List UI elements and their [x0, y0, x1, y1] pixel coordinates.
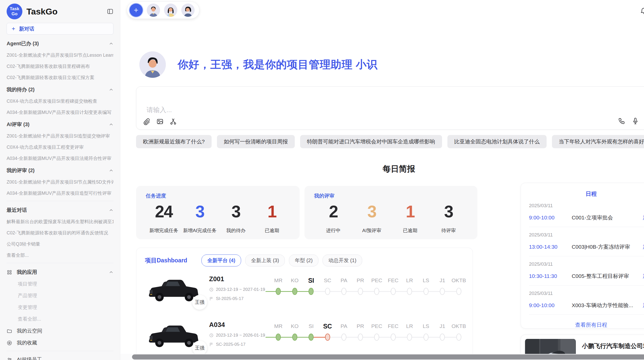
sidebar-item[interactable]: A034-全新新能源MUV产品开发项目法规符合性评审 [7, 155, 113, 161]
milestone-label: LS [418, 277, 434, 284]
sidebar-section-header[interactable]: Agent已办 (3) [7, 40, 113, 47]
horizontal-scrollbar-thumb[interactable] [132, 354, 644, 359]
sidebar-section: AI评审 (3)Z001-全新燃油轻卡产品开发项目SI造型提交物评审C0X4-动… [7, 121, 113, 161]
chevron-up-icon[interactable] [109, 87, 113, 92]
sidebar-sections: Agent已办 (3)Z001-全新燃油皮卡产品开发项目SI节点Lesson L… [7, 40, 113, 196]
milestone-dot[interactable] [407, 288, 412, 295]
sidebar-item[interactable]: Z001-全新燃油轻卡产品开发项目SI节点属性5D文件评审 [7, 179, 113, 185]
sidebar-item[interactable]: A034-全新新能源MUV产品开发项目造型可行性评审 [7, 190, 113, 196]
sidebar-section-header[interactable]: 我的评审 (2) [7, 167, 113, 174]
project-code[interactable]: Z001 [209, 275, 270, 283]
milestone-dot[interactable] [440, 288, 445, 295]
milestone-dot[interactable] [309, 288, 314, 295]
notification-bell-icon[interactable] [640, 7, 644, 14]
dashboard-tab[interactable]: 年型 (2) [289, 254, 318, 266]
project-code[interactable]: A034 [209, 321, 270, 329]
stat-item: 1已逾期 [254, 200, 290, 234]
milestone-dot[interactable] [423, 288, 429, 295]
milestone-dot[interactable] [309, 334, 314, 341]
sidebar-item[interactable]: C0X4-动力总成开发项目SI里程碑提交物检查 [7, 98, 113, 104]
sidebar-item[interactable]: C02-飞腾新能源轻客改款项目里程碑画布 [7, 63, 113, 69]
avatar[interactable] [181, 4, 195, 17]
milestone-dot[interactable] [374, 334, 379, 341]
recent-conversation-item[interactable]: 解释最新出台的欧盟报废车法规再生塑料比例被调至15%... [7, 219, 113, 225]
dashboard-tab[interactable]: 全新上装 (3) [245, 254, 285, 266]
chevron-up-icon[interactable] [109, 41, 113, 46]
sidebar-item[interactable]: Z001-全新燃油轻卡产品开发项目SI造型提交物评审 [7, 133, 113, 139]
sidebar-collapse-icon[interactable] [107, 8, 113, 15]
milestone-dot[interactable] [325, 288, 330, 295]
sidebar-section-header[interactable]: 最近对话 [7, 207, 113, 214]
milestone-dot[interactable] [358, 334, 363, 341]
schedule-join-link[interactable]: 加入 [643, 302, 644, 309]
milestone-dot[interactable] [276, 288, 281, 295]
chevron-up-icon[interactable] [109, 122, 113, 127]
recent-conversation-item[interactable]: 查看全部... [7, 252, 113, 258]
people-icon [7, 357, 12, 360]
microphone-icon[interactable] [632, 117, 639, 125]
view-all-schedule-link[interactable]: 查看所有日程 [521, 315, 644, 328]
dashboard-tab[interactable]: 全新平台 (4) [201, 254, 241, 266]
suggestion-chip[interactable]: 当下年轻人对汽车外观有怎样的喜好趋势 [552, 135, 644, 148]
chevron-up-icon[interactable] [109, 168, 113, 173]
schedule-entry: 2025/03/119:00-10:00C001-立项审批会加入 [529, 198, 644, 227]
suggestion-chip[interactable]: 比亚迪全固态电池计划具体说了什么 [447, 135, 547, 148]
milestone-dot[interactable] [325, 334, 330, 341]
sidebar-apps-title: 我的应用 [17, 269, 37, 276]
stat-label: 新增完成任务 [146, 227, 182, 234]
milestone-dot[interactable] [407, 334, 412, 341]
milestone-dot[interactable] [341, 288, 346, 295]
phone-icon[interactable] [618, 117, 625, 125]
suggestion-chip[interactable]: 欧洲新规最近颁布了什么? [136, 135, 212, 148]
add-member-button[interactable] [129, 4, 143, 17]
project-owner-badge: 王强 [192, 341, 207, 355]
chevron-up-icon[interactable] [109, 208, 113, 213]
app-menu-item[interactable]: 变更管理 [7, 304, 113, 311]
milestone-label: KO [287, 277, 303, 284]
suggestion-chip[interactable]: 特朗普可能对进口汽车增税会对中国车企造成哪些影响 [300, 135, 442, 148]
milestone-dot[interactable] [341, 334, 346, 341]
sidebar-apps-header[interactable]: 我的应用 [7, 269, 113, 276]
schedule-join-link[interactable]: 加入 [643, 243, 644, 250]
project-flag-note: SC-2025-05-17 [209, 342, 270, 347]
milestone-dot[interactable] [423, 334, 429, 341]
sidebar-section-header[interactable]: 我的待办 (2) [7, 86, 113, 93]
app-menu-item[interactable]: 产品管理 [7, 292, 113, 299]
milestone-dot[interactable] [374, 288, 379, 295]
sidebar-item[interactable]: A034-全新新能源MUV产品开发项目计划变更表编写 [7, 109, 113, 115]
app-menu-item[interactable]: 查看全部... [7, 316, 113, 322]
sidebar-item-ai-staff[interactable]: AI超级员工 [7, 356, 113, 360]
schedule-join-link[interactable]: 加入 [643, 273, 644, 280]
schedule-panel: 日程 2025/03/119:00-10:00C001-立项审批会加入2025/… [521, 183, 644, 328]
recent-conversation-item[interactable]: C02-飞腾新能源轻客改款项目的闭环通告反馈情况 [7, 230, 113, 236]
milestone-dot[interactable] [276, 334, 281, 341]
milestone-dot[interactable] [391, 288, 396, 295]
sidebar-section-header[interactable]: AI评审 (3) [7, 121, 113, 128]
suggestion-chip[interactable]: 如何写一份清晰的项目周报 [217, 135, 295, 148]
sidebar-item[interactable]: C0X4-动力总成开发项目工程变更评审 [7, 144, 113, 150]
milestone-dot[interactable] [440, 334, 445, 341]
milestone-track: MRKOSISCPAPRPECFECLRLSJ1OKTB [270, 274, 467, 295]
avatar[interactable] [164, 4, 177, 17]
milestone-dot[interactable] [391, 334, 396, 341]
schedule-join-link[interactable]: 加入 [643, 214, 644, 221]
chat-composer[interactable]: 请输入... [136, 86, 644, 130]
milestone-dot[interactable] [292, 334, 297, 341]
image-icon[interactable] [156, 118, 164, 125]
milestone-dot[interactable] [456, 334, 461, 341]
avatar[interactable] [147, 4, 160, 17]
sidebar-item[interactable]: Z001-全新燃油皮卡产品开发项目SI节点Lesson Learn报告 [7, 52, 113, 58]
app-menu-item[interactable]: 项目管理 [7, 281, 113, 287]
sidebar-item-cloud-space[interactable]: 我的云空间 [7, 327, 113, 334]
dashboard-tab[interactable]: 动总开发 (1) [323, 254, 362, 266]
recent-conversation-item[interactable]: 公司Q3轻卡销量 [7, 241, 113, 247]
chevron-up-icon[interactable] [109, 270, 113, 275]
sidebar-item-favorites[interactable]: 我的收藏 [7, 339, 113, 346]
milestone-dot[interactable] [292, 288, 297, 295]
new-chat-button[interactable]: 新对话 [7, 23, 113, 35]
sidebar-item[interactable]: C02-飞腾新能源轻客改款项目立项汇报方案 [7, 74, 113, 81]
scissors-icon[interactable] [169, 118, 177, 125]
paperclip-icon[interactable] [143, 118, 151, 125]
milestone-dot[interactable] [358, 288, 363, 295]
milestone-dot[interactable] [456, 288, 461, 295]
